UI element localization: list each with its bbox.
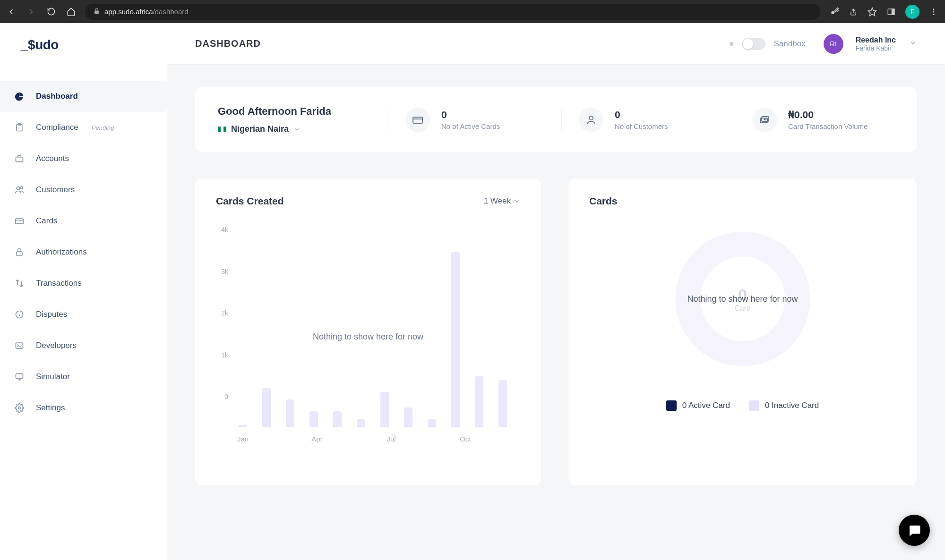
bar xyxy=(286,399,294,427)
main: DASHBOARD Sandbox RI Reedah Inc Farida K… xyxy=(167,23,945,560)
sidebar-item-customers[interactable]: Customers xyxy=(0,174,167,205)
svg-rect-9 xyxy=(16,157,23,162)
sidebar-item-settings[interactable]: Settings xyxy=(0,392,167,424)
stat-value: ₦0.00 xyxy=(788,109,868,120)
browser-chrome: app.sudo.africa/dashboard F xyxy=(0,0,945,23)
sidebar-item-label: Transactions xyxy=(36,279,82,288)
transfer-icon xyxy=(14,278,25,288)
mode-label: Sandbox xyxy=(774,39,806,49)
flag-nigeria-icon xyxy=(218,127,226,132)
sidebar-item-authorizations[interactable]: Authorizations xyxy=(0,237,167,268)
bar xyxy=(475,376,483,427)
card-icon xyxy=(405,108,430,132)
svg-point-26 xyxy=(589,116,593,120)
sidebar-item-label: Accounts xyxy=(36,154,69,163)
bar xyxy=(428,419,436,427)
currency-selector[interactable]: Nigerian Naira xyxy=(218,124,374,134)
sidebar-item-label: Simulator xyxy=(36,372,70,382)
users-icon xyxy=(14,185,25,195)
svg-rect-20 xyxy=(16,373,23,378)
lock-icon xyxy=(94,8,100,16)
swatch-inactive xyxy=(749,400,759,411)
bar-chart: 4k3k2k1k0 JanAprJulOct Nothing to show h… xyxy=(216,226,520,448)
svg-point-10 xyxy=(17,187,20,190)
logo[interactable]: _$udo xyxy=(21,37,146,52)
cash-icon xyxy=(752,108,777,132)
stat-volume: ₦0.00 Card Transaction Volume xyxy=(735,108,894,132)
card-title: Cards xyxy=(589,195,618,207)
kebab-icon[interactable] xyxy=(929,7,938,17)
stat-label: No of Customers xyxy=(615,122,668,130)
account-selector[interactable]: Reedah Inc Farida Kabir xyxy=(856,36,896,52)
card-title: Cards Created xyxy=(216,195,284,207)
monitor-icon xyxy=(14,372,25,382)
cards-created-card: Cards Created 1 Week 4k3k2k1k0 JanAprJul… xyxy=(195,178,541,485)
bar xyxy=(498,380,507,427)
pending-badge: Pending xyxy=(92,124,114,131)
user-icon xyxy=(579,108,603,132)
svg-point-4 xyxy=(933,8,935,10)
period-selector[interactable]: 1 Week xyxy=(484,196,520,206)
intercom-launcher[interactable] xyxy=(899,515,930,546)
forward-icon[interactable] xyxy=(26,7,36,17)
avatar[interactable]: RI xyxy=(824,34,843,54)
sidebar-item-dashboard[interactable]: Dashboard xyxy=(0,81,167,112)
pie-icon xyxy=(14,91,25,102)
svg-point-6 xyxy=(933,13,935,15)
account-user: Farida Kabir xyxy=(856,44,896,52)
back-icon[interactable] xyxy=(7,7,16,17)
sidebar-item-disputes[interactable]: Disputes xyxy=(0,299,167,330)
stat-value: 0 xyxy=(615,109,668,120)
gear-icon xyxy=(14,403,25,413)
stat-active-cards: 0 No of Active Cards xyxy=(388,108,547,132)
bar xyxy=(404,407,412,427)
chevron-down-icon xyxy=(514,198,520,204)
sidebar-nav: Dashboard Compliance Pending Accounts Cu… xyxy=(0,81,167,424)
card-icon xyxy=(14,216,25,226)
sidebar-item-label: Customers xyxy=(36,185,75,195)
bar xyxy=(309,411,318,427)
sidebar-item-transactions[interactable]: Transactions xyxy=(0,268,167,299)
svg-point-23 xyxy=(18,407,21,409)
stat-value: 0 xyxy=(441,109,500,120)
url-bar[interactable]: app.sudo.africa/dashboard xyxy=(85,4,820,20)
stat-label: Card Transaction Volume xyxy=(788,122,868,130)
page-title: DASHBOARD xyxy=(195,38,261,49)
stat-label: No of Active Cards xyxy=(441,122,500,130)
donut-chart: 0 Card Nothing to show here for now xyxy=(674,230,811,367)
info-icon xyxy=(14,309,25,320)
sidebar: _$udo Dashboard Compliance Pending Accou… xyxy=(0,23,167,560)
bar xyxy=(262,388,271,427)
chevron-down-icon[interactable] xyxy=(909,39,917,49)
panel-icon[interactable] xyxy=(886,7,896,17)
svg-rect-12 xyxy=(16,219,24,224)
home-icon[interactable] xyxy=(66,7,76,17)
sidebar-item-label: Compliance xyxy=(36,123,78,132)
lock-icon xyxy=(14,247,25,257)
stat-customers: 0 No of Customers xyxy=(561,108,721,132)
browser-profile[interactable]: F xyxy=(905,5,919,19)
svg-point-5 xyxy=(933,11,935,12)
bar xyxy=(380,392,389,427)
account-name: Reedah Inc xyxy=(856,36,896,44)
reload-icon[interactable] xyxy=(46,7,56,17)
sidebar-item-cards[interactable]: Cards xyxy=(0,205,167,237)
terminal-icon xyxy=(14,340,25,351)
star-icon[interactable] xyxy=(868,7,877,17)
share-icon[interactable] xyxy=(849,7,858,17)
currency-name: Nigerian Naira xyxy=(231,124,289,134)
sidebar-item-compliance[interactable]: Compliance Pending xyxy=(0,112,167,143)
sidebar-item-developers[interactable]: Developers xyxy=(0,330,167,361)
bar xyxy=(451,252,460,427)
empty-state-text: Nothing to show here for now xyxy=(313,332,423,342)
status-dot xyxy=(730,42,733,46)
sidebar-item-label: Disputes xyxy=(36,310,67,319)
sidebar-item-label: Developers xyxy=(36,341,77,350)
sidebar-item-accounts[interactable]: Accounts xyxy=(0,143,167,174)
cards-donut-card: Cards 0 Card Nothing to show here for no… xyxy=(568,178,917,485)
bar xyxy=(357,419,365,427)
sandbox-toggle[interactable] xyxy=(742,38,765,50)
sidebar-item-simulator[interactable]: Simulator xyxy=(0,361,167,392)
svg-marker-1 xyxy=(868,8,876,16)
key-icon[interactable] xyxy=(830,7,839,17)
